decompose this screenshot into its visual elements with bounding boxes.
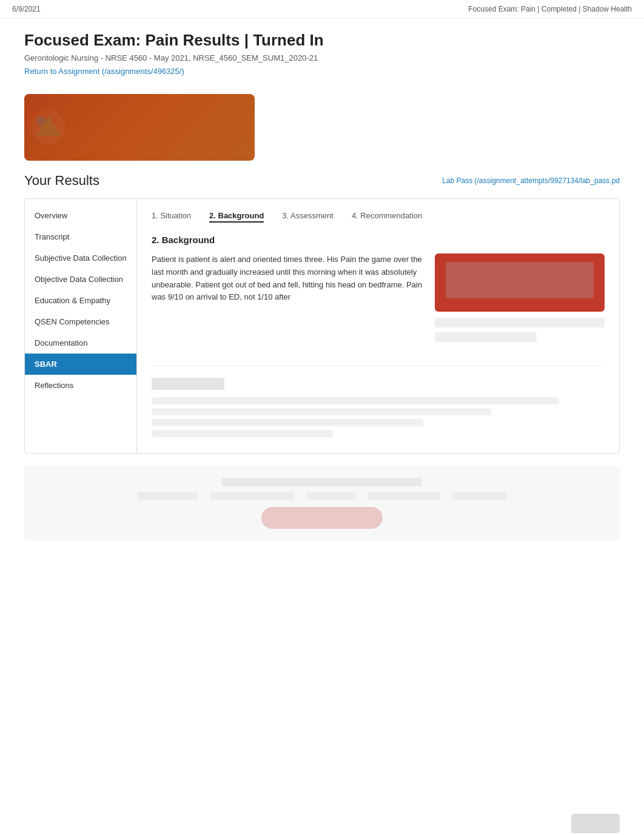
sidebar-item-qsen[interactable]: QSEN Competencies (25, 311, 136, 332)
main-content: 1. Situation 2. Background 3. Assessment… (137, 199, 619, 453)
sbar-score-box (435, 253, 605, 347)
score-card (435, 253, 605, 312)
bottom-pagination (0, 808, 644, 835)
sidebar: Overview Transcript Subjective Data Coll… (25, 199, 137, 453)
sbar-main-row: Patient is patient is alert and oriented… (152, 253, 605, 347)
blurred-detail-1 (435, 318, 605, 327)
blurred-section-heading (152, 378, 224, 390)
top-bar-title: Focused Exam: Pain | Completed | Shadow … (468, 5, 632, 13)
sbar-nav: 1. Situation 2. Background 3. Assessment… (152, 211, 605, 223)
sbar-paragraph: Patient is patient is alert and oriented… (152, 253, 423, 304)
sidebar-item-documentation[interactable]: Documentation (25, 332, 136, 354)
sbar-body-text: Patient is patient is alert and oriented… (152, 253, 423, 347)
top-bar: 6/9/2021 Focused Exam: Pain | Completed … (0, 0, 644, 19)
return-to-assignment-link[interactable]: Return to Assignment (/assignments/49632… (24, 67, 184, 76)
top-bar-date: 6/9/2021 (12, 5, 41, 13)
blurred-text-4 (152, 430, 333, 437)
blurred-text-1 (152, 397, 559, 404)
main-header: Focused Exam: Pain Results | Turned In G… (0, 19, 644, 82)
bottom-blurred-row (24, 466, 620, 541)
sidebar-item-transcript[interactable]: Transcript (25, 226, 136, 247)
sbar-nav-situation[interactable]: 1. Situation (152, 211, 191, 223)
lab-pass-link[interactable]: Lab Pass (/assignment_attempts/9927134/l… (442, 176, 620, 185)
results-title: Your Results (24, 173, 99, 189)
sidebar-item-objective[interactable]: Objective Data Collection (25, 269, 136, 290)
lower-spacer (0, 553, 644, 796)
sbar-nav-background[interactable]: 2. Background (209, 211, 264, 223)
results-header: Your Results Lab Pass (/assignment_attem… (24, 173, 620, 189)
content-area: Overview Transcript Subjective Data Coll… (24, 198, 620, 454)
sidebar-item-overview[interactable]: Overview (25, 205, 136, 226)
page-title: Focused Exam: Pain Results | Turned In (24, 31, 620, 50)
sidebar-item-reflections[interactable]: Reflections (25, 375, 136, 396)
score-blurred (446, 262, 594, 298)
blurred-text-2 (152, 408, 491, 415)
sbar-nav-assessment[interactable]: 3. Assessment (282, 211, 334, 223)
sidebar-item-sbar[interactable]: SBAR (25, 354, 136, 375)
sbar-section-title: 2. Background (152, 235, 605, 245)
results-section: Your Results Lab Pass (/assignment_attem… (24, 173, 620, 454)
section-below (152, 365, 605, 437)
blurred-text-3 (152, 419, 423, 426)
sbar-nav-recommendation[interactable]: 4. Recommendation (352, 211, 422, 223)
sidebar-item-subjective[interactable]: Subjective Data Collection (25, 247, 136, 269)
pagination-button[interactable] (571, 814, 620, 833)
hero-text-overlay (24, 94, 255, 161)
sidebar-item-education[interactable]: Education & Empathy (25, 290, 136, 311)
hero-banner (24, 94, 255, 161)
subtitle: Gerontologic Nursing - NRSE 4560 - May 2… (24, 53, 620, 62)
blurred-detail-2 (435, 332, 537, 342)
